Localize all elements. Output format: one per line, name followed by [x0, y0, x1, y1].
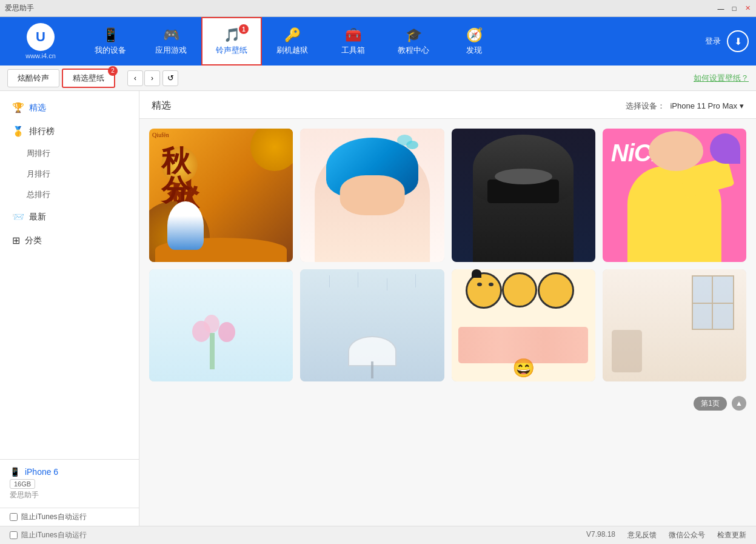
wp3-eyes-area [495, 169, 552, 184]
wallpaper-badge: 2 [108, 66, 118, 76]
apps-icon: 🎮 [163, 27, 179, 43]
nav-items: 📱 我的设备 🎮 应用游戏 1 🎵 铃声壁纸 🔑 刷机越狱 🧰 工具箱 🎓 教程… [80, 17, 705, 65]
footer: 阻止iTunes自动运行 V7.98.18 意见反馈 微信公众号 检查更新 [0, 526, 756, 544]
wallpaper-item-3[interactable] [452, 129, 595, 262]
wp2-face [340, 175, 405, 215]
wp6-rain1 [329, 275, 330, 287]
wechat-link[interactable]: 微信公众号 [669, 530, 705, 540]
wp6-image [300, 269, 444, 381]
close-button[interactable]: ✕ [741, 2, 754, 15]
wallpaper-item-7[interactable]: 😄 [452, 269, 595, 381]
subtab-ringtone[interactable]: 炫酷铃声 [7, 69, 59, 87]
sidebar-item-total[interactable]: 总排行 [0, 184, 139, 205]
wallpaper-item-5[interactable] [149, 269, 293, 381]
version-label: V7.98.18 [586, 530, 615, 540]
device-icon: 📱 [102, 27, 119, 43]
nav-item-ringtone-wallpaper[interactable]: 1 🎵 铃声壁纸 [201, 17, 262, 65]
wallpaper-grid-row1: 秋分 Qiufēn [139, 119, 756, 391]
wp7-face2 [502, 272, 537, 307]
device-info: 📱 iPhone 6 16GB 爱思助手 [0, 459, 139, 508]
prevent-itunes-checkbox[interactable] [10, 513, 18, 521]
scroll-up-button[interactable]: ▲ [732, 396, 746, 411]
device-name: 📱 iPhone 6 [10, 467, 129, 477]
wallpaper-item-2[interactable] [300, 129, 444, 262]
prevent-itunes-footer-checkbox[interactable] [10, 531, 18, 539]
latest-icon: 📨 [12, 211, 24, 223]
prevent-itunes-label: 阻止iTunes自动运行 [21, 512, 87, 522]
sidebar: 🏆 精选 🥇 排行榜 周排行 月排行 总排行 📨 最新 ⊞ 分类 📱 iPho [0, 91, 139, 526]
wp2-image [300, 129, 444, 262]
back-button[interactable]: ‹ [127, 70, 143, 86]
nav-label-ringtone: 铃声壁纸 [216, 45, 247, 56]
device-select-label: 选择设备： [626, 101, 665, 112]
wp6-handle [371, 361, 373, 378]
sidebar-label-category: 分类 [25, 235, 42, 246]
nav-right: 登录 ⬇ [705, 30, 749, 52]
sidebar-item-weekly[interactable]: 周排行 [0, 143, 139, 164]
sidebar-item-latest[interactable]: 📨 最新 [0, 205, 139, 229]
wp5-petal3 [204, 315, 219, 333]
nav-item-tutorials[interactable]: 🎓 教程中心 [383, 17, 444, 65]
wp1-decoration2 [250, 129, 293, 171]
device-select-dropdown[interactable]: iPhone 11 Pro Max ▾ [670, 101, 744, 110]
jailbreak-icon: 🔑 [284, 27, 301, 43]
prevent-itunes-area: 阻止iTunes自动运行 [0, 508, 139, 526]
wp7-face1 [466, 272, 502, 309]
content-area: 精选 选择设备： iPhone 11 Pro Max ▾ [139, 91, 756, 526]
device-app: 爱思助手 [10, 490, 129, 500]
nav-item-toolbox[interactable]: 🧰 工具箱 [323, 17, 383, 65]
how-to-link[interactable]: 如何设置壁纸？ [694, 73, 749, 84]
sidebar-item-featured[interactable]: 🏆 精选 [0, 96, 139, 119]
wallpaper-item-1[interactable]: 秋分 Qiufēn [149, 129, 293, 262]
nav-item-apps-games[interactable]: 🎮 应用游戏 [141, 17, 201, 65]
maximize-button[interactable]: □ [728, 2, 740, 15]
nav-item-discover[interactable]: 🧭 发现 [444, 17, 504, 65]
prevent-itunes-footer-label: 阻止iTunes自动运行 [21, 530, 87, 540]
device-storage: 16GB [10, 479, 35, 489]
ringtone-badge: 1 [239, 24, 249, 34]
sidebar-item-monthly[interactable]: 月排行 [0, 164, 139, 184]
ringtone-icon: 🎵 [224, 27, 240, 43]
nav-label-apps-games: 应用游戏 [155, 45, 187, 56]
footer-left: 阻止iTunes自动运行 [10, 530, 87, 540]
logo-area: U www.i4.cn [7, 23, 74, 59]
wp7-bg-stripe [458, 327, 588, 363]
wp6-rain2 [358, 272, 358, 287]
wp1-small-text: Qiufēn [152, 132, 169, 138]
wp1-image: 秋分 Qiufēn [149, 129, 293, 262]
wp7-image: 😄 [452, 269, 595, 381]
nav-item-my-device[interactable]: 📱 我的设备 [80, 17, 141, 65]
titlebar: 爱思助手 — □ ✕ [0, 0, 756, 17]
chevron-down-icon: ▾ [740, 101, 744, 110]
wallpaper-item-4[interactable]: NiCE [603, 129, 746, 262]
wp5-image [149, 269, 293, 381]
footer-right: V7.98.18 意见反馈 微信公众号 检查更新 [586, 530, 746, 540]
sidebar-item-category[interactable]: ⊞ 分类 [0, 229, 139, 252]
nav-label-tutorials: 教程中心 [398, 45, 429, 56]
subtab-wallpaper[interactable]: 精选壁纸 2 [62, 69, 115, 88]
tutorials-icon: 🎓 [406, 27, 422, 43]
nav-label-jailbreak: 刷机越狱 [276, 45, 308, 56]
refresh-button[interactable]: ↺ [162, 70, 178, 86]
wp4-image: NiCE [603, 129, 746, 262]
nav-label-my-device: 我的设备 [95, 45, 126, 56]
wp4-decoration [710, 133, 740, 164]
rankings-icon: 🥇 [12, 126, 24, 137]
subtab-wallpaper-label: 精选壁纸 [73, 73, 104, 82]
check-update-link[interactable]: 检查更新 [717, 530, 746, 540]
nav-item-jailbreak[interactable]: 🔑 刷机越狱 [262, 17, 323, 65]
sidebar-item-rankings[interactable]: 🥇 排行榜 [0, 119, 139, 143]
download-button[interactable]: ⬇ [727, 30, 749, 52]
logo-icon: U [27, 23, 55, 51]
forward-button[interactable]: › [144, 70, 160, 86]
feedback-link[interactable]: 意见反馈 [627, 530, 657, 540]
wallpaper-item-6[interactable] [300, 269, 444, 381]
nav-label-toolbox: 工具箱 [341, 45, 365, 56]
login-button[interactable]: 登录 [705, 36, 721, 47]
minimize-button[interactable]: — [715, 2, 727, 15]
wp1-character [167, 201, 204, 250]
wallpaper-item-8[interactable] [603, 269, 746, 381]
wp2-butterfly-wing2 [406, 141, 418, 149]
main-layout: 🏆 精选 🥇 排行榜 周排行 月排行 总排行 📨 最新 ⊞ 分类 📱 iPho [0, 91, 756, 526]
featured-icon: 🏆 [12, 102, 24, 113]
